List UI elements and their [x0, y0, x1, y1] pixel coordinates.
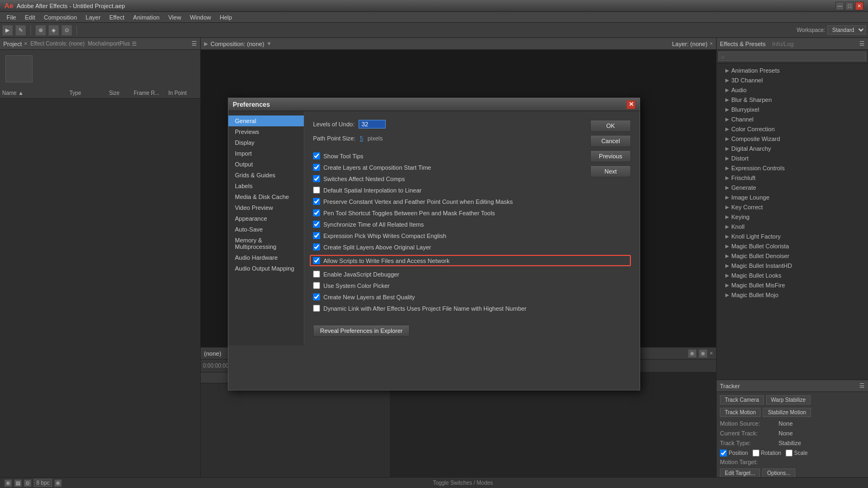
checkbox-show_tool_tips[interactable] — [313, 152, 320, 159]
dialog-sidebar: GeneralPreviewsDisplayImportOutputGrids … — [228, 111, 304, 345]
pref-row-enable_js: Enable JavaScript Debugger — [313, 271, 631, 278]
pref-row-dynamic_link: Dynamic Link with After Effects Uses Pro… — [313, 305, 631, 312]
checkbox-dynamic_link[interactable] — [313, 305, 320, 312]
nav-item-video-preview[interactable]: Video Preview — [228, 202, 304, 213]
nav-item-labels[interactable]: Labels — [228, 181, 304, 191]
nav-item-import[interactable]: Import — [228, 148, 304, 159]
nav-item-audio-hardware[interactable]: Audio Hardware — [228, 252, 304, 263]
checkbox-create_split[interactable] — [313, 243, 320, 251]
pref-row-pen_tool: Pen Tool Shortcut Toggles Between Pen an… — [313, 209, 631, 216]
path-point-size-value[interactable]: 5 — [360, 135, 363, 142]
levels-of-undo-input[interactable] — [359, 120, 386, 129]
path-point-size-unit: pixels — [367, 135, 382, 142]
checkbox-switches_affect[interactable] — [313, 175, 320, 182]
dialog-buttons: OK Cancel Previous Next — [590, 120, 631, 177]
previous-button[interactable]: Previous — [590, 150, 631, 162]
label-preserve_constant: Preserve Constant Vertex and Feather Poi… — [323, 198, 513, 205]
checkbox-enable_js[interactable] — [313, 271, 320, 278]
label-create_new_layers: Create New Layers at Best Quality — [323, 294, 415, 300]
label-synchronize_time: Synchronize Time of All Related Items — [323, 221, 424, 228]
nav-item-previews[interactable]: Previews — [228, 126, 304, 137]
label-expression_pick: Expression Pick Whip Writes Compact Engl… — [323, 233, 446, 239]
pref-row-default_spatial: Default Spatial Interpolation to Linear — [313, 187, 631, 194]
preferences-dialog: Preferences ✕ GeneralPreviewsDisplayImpo… — [228, 98, 640, 390]
pref-row-allow_scripts: Allow Scripts to Write Files and Access … — [310, 255, 631, 266]
label-allow_scripts: Allow Scripts to Write Files and Access … — [323, 258, 450, 264]
path-point-size-label: Path Point Size: — [313, 135, 355, 142]
cancel-button[interactable]: Cancel — [590, 135, 631, 147]
dialog-overlay: Preferences ✕ GeneralPreviewsDisplayImpo… — [0, 0, 868, 488]
reveal-preferences-button[interactable]: Reveal Preferences in Explorer — [313, 325, 410, 337]
dialog-content: Levels of Undo: Path Point Size: 5 pixel… — [304, 111, 640, 345]
nav-item-display[interactable]: Display — [228, 137, 304, 148]
path-point-size-row: Path Point Size: 5 pixels — [313, 135, 631, 142]
pref-row-switches_affect: Switches Affect Nested Comps — [313, 175, 631, 182]
label-default_spatial: Default Spatial Interpolation to Linear — [323, 187, 422, 194]
levels-of-undo-label: Levels of Undo: — [313, 121, 354, 127]
checkbox-expression_pick[interactable] — [313, 232, 320, 239]
nav-item-output[interactable]: Output — [228, 159, 304, 170]
label-create_layers: Create Layers at Composition Start Time — [323, 164, 431, 171]
nav-item-grids-and-guides[interactable]: Grids & Guides — [228, 170, 304, 181]
pref-row-create_split: Create Split Layers Above Original Layer — [313, 243, 631, 251]
ok-button[interactable]: OK — [590, 120, 631, 132]
checkbox-synchronize_time[interactable] — [313, 221, 320, 228]
label-pen_tool: Pen Tool Shortcut Toggles Between Pen an… — [323, 210, 495, 216]
nav-item-media-and-disk-cache[interactable]: Media & Disk Cache — [228, 191, 304, 202]
next-button[interactable]: Next — [590, 165, 631, 177]
pref-row-expression_pick: Expression Pick Whip Writes Compact Engl… — [313, 232, 631, 239]
checkbox-use_system[interactable] — [313, 282, 320, 289]
label-show_tool_tips: Show Tool Tips — [323, 153, 363, 159]
nav-item-appearance[interactable]: Appearance — [228, 213, 304, 224]
nav-item-auto-save[interactable]: Auto-Save — [228, 224, 304, 235]
checkbox-allow_scripts[interactable] — [313, 257, 320, 264]
label-use_system: Use System Color Picker — [323, 282, 390, 289]
dialog-close-button[interactable]: ✕ — [627, 100, 635, 109]
pref-spacer — [313, 148, 631, 152]
dialog-body: GeneralPreviewsDisplayImportOutputGrids … — [228, 111, 640, 345]
nav-item-audio-output-mapping[interactable]: Audio Output Mapping — [228, 263, 304, 274]
pref-row-show_tool_tips: Show Tool Tips — [313, 152, 631, 159]
label-switches_affect: Switches Affect Nested Comps — [323, 176, 405, 182]
dialog-title: Preferences — [233, 101, 270, 108]
nav-item-memory-and-multiprocessing[interactable]: Memory & Multiprocessing — [228, 235, 304, 252]
levels-of-undo-row: Levels of Undo: — [313, 120, 631, 129]
pref-row-synchronize_time: Synchronize Time of All Related Items — [313, 221, 631, 228]
nav-item-general[interactable]: General — [228, 115, 304, 126]
pref-row-preserve_constant: Preserve Constant Vertex and Feather Poi… — [313, 198, 631, 205]
checkbox-create_layers[interactable] — [313, 164, 320, 171]
pref-row-use_system: Use System Color Picker — [313, 282, 631, 289]
dialog-titlebar: Preferences ✕ — [228, 98, 640, 111]
checkbox-preserve_constant[interactable] — [313, 198, 320, 205]
pref-row-create_new_layers: Create New Layers at Best Quality — [313, 293, 631, 300]
label-enable_js: Enable JavaScript Debugger — [323, 271, 399, 278]
label-create_split: Create Split Layers Above Original Layer — [323, 244, 431, 251]
pref-checkboxes-container: Show Tool TipsCreate Layers at Compositi… — [313, 152, 631, 316]
checkbox-pen_tool[interactable] — [313, 209, 320, 216]
checkbox-create_new_layers[interactable] — [313, 293, 320, 300]
label-dynamic_link: Dynamic Link with After Effects Uses Pro… — [323, 305, 527, 312]
pref-row-create_layers: Create Layers at Composition Start Time — [313, 164, 631, 171]
checkbox-default_spatial[interactable] — [313, 187, 320, 194]
